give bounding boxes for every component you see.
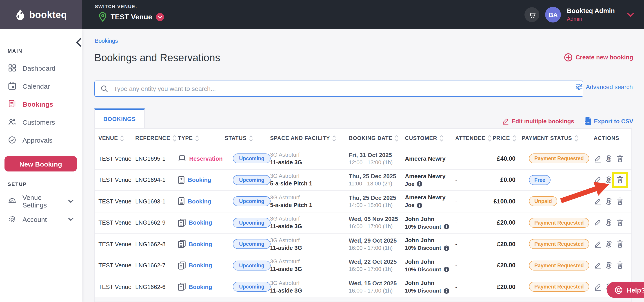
breadcrumb[interactable]: Bookings: [95, 38, 118, 44]
column-header[interactable]: REFERENCE: [135, 129, 178, 148]
column-header[interactable]: BOOKING DATE: [349, 129, 405, 148]
type-label: Booking: [189, 219, 212, 226]
column-header[interactable]: CUSTOMER: [405, 129, 455, 148]
delete-icon[interactable]: [616, 262, 624, 269]
search-input[interactable]: [113, 85, 583, 93]
price-cell: £20.00: [492, 241, 522, 248]
status-badge: Upcoming: [233, 175, 270, 185]
info-icon[interactable]: [443, 224, 449, 230]
venue-cell: TEST Venue: [98, 241, 135, 248]
edit-icon[interactable]: [594, 198, 601, 205]
venue-dropdown-button[interactable]: [156, 13, 164, 21]
plus-circle-icon: [564, 53, 572, 62]
sidebar-item-approvals[interactable]: Approvals: [0, 131, 82, 149]
type-cell[interactable]: Booking: [178, 197, 225, 205]
edit-icon[interactable]: [594, 283, 601, 291]
help-button[interactable]: Help?: [607, 282, 644, 298]
advanced-search-link[interactable]: Advanced search: [575, 83, 633, 90]
payment-status-cell: Payment Requested: [522, 261, 594, 270]
refund-icon[interactable]: £: [605, 262, 612, 269]
delete-icon[interactable]: [616, 198, 624, 205]
tab-bookings[interactable]: BOOKINGS: [94, 108, 145, 128]
new-booking-button[interactable]: New Booking: [4, 156, 77, 172]
info-icon[interactable]: [416, 181, 422, 187]
user-menu-chevron-icon[interactable]: [627, 12, 634, 17]
type-label: Booking: [188, 198, 211, 205]
info-icon[interactable]: [416, 203, 422, 208]
sidebar-item-label: Dashboard: [22, 64, 56, 72]
delete-icon[interactable]: [616, 176, 624, 184]
type-cell[interactable]: Booking: [178, 240, 225, 248]
table-header-row: VENUE REFERENCE TYPE STATUS: [95, 129, 632, 148]
type-label: Reservation: [189, 155, 223, 162]
edit-icon[interactable]: [594, 219, 601, 227]
sidebar-item-customers[interactable]: Customers: [0, 113, 82, 131]
column-header[interactable]: VENUE: [98, 129, 135, 148]
table-row: TEST Venue LNG1662-9 Booking: [95, 212, 632, 234]
delete-icon[interactable]: [616, 155, 624, 163]
payment-status-badge: Free: [529, 175, 551, 185]
refund-icon[interactable]: £: [605, 176, 612, 184]
edit-icon[interactable]: [594, 155, 601, 163]
map-pin-icon: [99, 12, 106, 22]
column-header[interactable]: ACTIONS: [594, 129, 632, 148]
type-cell[interactable]: Booking: [178, 283, 225, 291]
create-new-booking-link[interactable]: Create new booking: [564, 53, 633, 62]
sidebar-item-venue-settings[interactable]: Venue Settings: [0, 192, 82, 210]
payment-status-cell: Payment Requested: [522, 154, 594, 164]
booking-date-cell: Wed, 29 Oct 2025 16:00 - 17:00 (1h): [349, 237, 405, 251]
calendar-icon: [8, 81, 17, 90]
price-cell: £40.00: [492, 155, 522, 162]
delete-icon[interactable]: [616, 219, 624, 227]
delete-icon[interactable]: [616, 240, 624, 248]
cart-button[interactable]: [525, 7, 540, 22]
approvals-icon: [8, 135, 17, 144]
sidebar-collapse-icon[interactable]: [76, 38, 82, 47]
sort-icon: [488, 135, 492, 141]
column-header[interactable]: PAYMENT STATUS: [522, 129, 594, 148]
svg-text:£: £: [608, 157, 610, 160]
price-cell: £20.00: [492, 283, 522, 290]
brand-logo[interactable]: bookteq: [0, 0, 82, 29]
reference-cell: LNG1662-9: [135, 219, 178, 226]
refund-icon[interactable]: £: [605, 240, 612, 248]
edit-icon[interactable]: [594, 262, 601, 269]
type-cell[interactable]: Booking: [178, 261, 225, 270]
info-icon[interactable]: [443, 288, 449, 294]
type-label: Booking: [189, 262, 212, 269]
edit-multiple-bookings-link[interactable]: Edit multiple bookings: [502, 117, 574, 125]
export-to-csv-link[interactable]: CSV Export to CSV: [584, 117, 633, 125]
svg-text:£: £: [608, 200, 610, 203]
column-header[interactable]: STATUS: [225, 129, 270, 148]
chevron-down-icon: [68, 199, 74, 203]
refund-icon[interactable]: £: [605, 155, 612, 163]
column-header[interactable]: PRICE: [492, 129, 522, 148]
payment-status-badge: Payment Requested: [529, 239, 589, 249]
column-header[interactable]: SPACE AND FACILITY: [270, 129, 349, 148]
sort-icon: [249, 135, 253, 141]
edit-icon[interactable]: [594, 240, 601, 248]
avatar[interactable]: BA: [545, 7, 561, 23]
info-icon[interactable]: [443, 267, 449, 272]
column-header[interactable]: TYPE: [178, 129, 225, 148]
booking-date-cell: Wed, 05 Nov 2025 16:00 - 17:00 (1h): [349, 216, 405, 230]
refund-icon[interactable]: £: [605, 219, 612, 227]
status-cell: Upcoming: [225, 154, 270, 164]
type-cell[interactable]: Booking: [178, 176, 225, 184]
info-icon[interactable]: [443, 245, 449, 251]
reservation-icon: [178, 155, 186, 162]
sidebar-item-bookings[interactable]: Bookings: [0, 95, 82, 113]
column-header[interactable]: ATTENDEE: [455, 129, 492, 148]
refund-icon[interactable]: £: [605, 198, 612, 205]
current-venue-name[interactable]: TEST Venue: [110, 13, 152, 21]
user-info[interactable]: Bookteq Admin Admin: [567, 7, 615, 22]
sidebar-item-calendar[interactable]: Calendar: [0, 77, 82, 95]
sidebar-item-account[interactable]: Account: [0, 210, 82, 228]
sidebar-item-dashboard[interactable]: Dashboard: [0, 59, 82, 77]
edit-icon[interactable]: [594, 176, 601, 184]
customers-icon: [8, 117, 17, 126]
type-cell[interactable]: Booking: [178, 219, 225, 227]
type-cell[interactable]: Reservation: [178, 155, 225, 162]
reference-cell: LNG1662-6: [135, 283, 178, 290]
bookings-icon: [8, 99, 17, 108]
